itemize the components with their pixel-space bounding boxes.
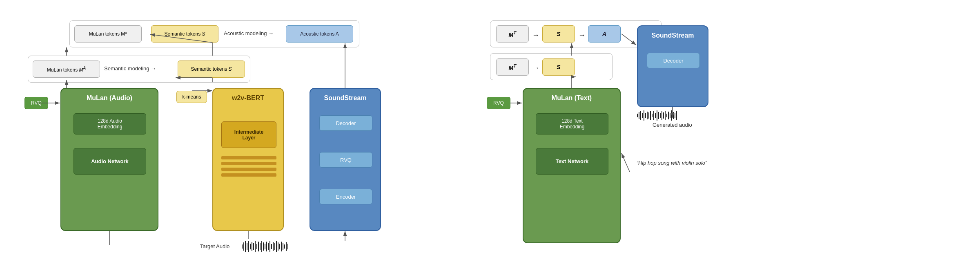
svg-rect-53: [676, 111, 677, 120]
svg-rect-9: [256, 244, 257, 249]
right-mid-arrow: →: [532, 64, 539, 72]
mulan-text-title: MuLan (Text): [523, 94, 620, 102]
svg-rect-39: [653, 111, 654, 120]
right-top-mt-label: MT: [509, 30, 517, 38]
svg-rect-36: [648, 112, 649, 119]
right-mid-s-box: S: [542, 58, 575, 76]
soundstream-left-encoder: Encoder: [319, 189, 372, 204]
soundstream-left-decoder-label: Decoder: [336, 120, 356, 126]
intermediate-layer-label: IntermediateLayer: [234, 129, 263, 141]
svg-rect-51: [673, 112, 674, 119]
mulan-audio-box: MuLan (Audio) 128d AudioEmbedding Audio …: [60, 88, 158, 231]
svg-line-74: [621, 153, 630, 172]
svg-rect-24: [281, 242, 282, 251]
svg-rect-25: [283, 243, 283, 250]
svg-rect-15: [266, 242, 267, 251]
svg-rect-37: [650, 111, 651, 120]
svg-rect-8: [255, 241, 256, 252]
text-embedding-box: 128d TextEmbedding: [536, 113, 608, 134]
svg-rect-46: [665, 111, 666, 120]
svg-rect-1: [243, 242, 244, 251]
mid-row-container: [28, 56, 250, 83]
svg-rect-47: [666, 114, 667, 117]
soundstream-right-decoder-label: Decoder: [663, 58, 683, 64]
svg-rect-5: [250, 244, 251, 249]
svg-rect-43: [660, 113, 661, 118]
svg-rect-2: [245, 241, 246, 252]
mulan-text-box: MuLan (Text) 128d TextEmbedding Text Net…: [523, 88, 621, 243]
audio-embedding-label: 128d AudioEmbedding: [98, 118, 122, 130]
svg-rect-23: [279, 244, 280, 249]
soundstream-left-encoder-label: Encoder: [336, 194, 356, 200]
svg-rect-50: [671, 110, 672, 121]
soundstream-left-decoder: Decoder: [319, 115, 372, 131]
soundstream-left-rvq: RVQ: [319, 152, 372, 168]
right-top-arrow2: →: [578, 31, 586, 40]
right-top-arrow1: →: [532, 31, 539, 40]
svg-rect-40: [655, 113, 656, 118]
w2v-bert-box: w2v-BERT IntermediateLayer: [212, 88, 284, 231]
svg-rect-13: [263, 242, 264, 251]
svg-rect-14: [265, 244, 265, 249]
soundstream-left-title: SoundStream: [310, 94, 380, 102]
right-top-s-label: S: [557, 31, 560, 37]
text-embedding-label: 128d TextEmbedding: [560, 118, 585, 130]
svg-rect-38: [652, 114, 653, 117]
svg-rect-11: [260, 243, 261, 250]
svg-rect-52: [675, 113, 675, 118]
svg-rect-41: [657, 110, 657, 121]
rvq-right-label: RVQ: [493, 100, 504, 106]
svg-rect-27: [286, 242, 287, 251]
svg-rect-12: [261, 241, 262, 252]
w2v-bert-lines: [221, 156, 276, 179]
svg-rect-30: [639, 112, 639, 119]
svg-rect-32: [642, 113, 643, 118]
waveform-left: [242, 240, 291, 253]
audio-network-box: Audio Network: [74, 148, 146, 175]
soundstream-right-box: SoundStream Decoder: [637, 25, 708, 107]
svg-rect-44: [662, 111, 662, 120]
rvq-right-box: RVQ: [487, 97, 510, 109]
soundstream-right-decoder: Decoder: [647, 53, 700, 68]
svg-rect-3: [247, 243, 247, 250]
right-top-a-label: A: [602, 31, 606, 37]
svg-rect-31: [640, 111, 641, 120]
right-mid-s-label: S: [557, 64, 560, 70]
svg-rect-45: [663, 112, 664, 119]
svg-rect-10: [258, 242, 259, 251]
svg-rect-18: [271, 244, 272, 249]
right-top-mt-box: MT: [496, 25, 529, 43]
intermediate-layer-box: IntermediateLayer: [221, 121, 276, 148]
soundstream-right-title: SoundStream: [638, 32, 708, 39]
diagram-container: MuLan tokens Mᴬ Semantic tokens S Acoust…: [0, 0, 980, 269]
generated-audio-label: Generated audio: [653, 122, 692, 128]
svg-rect-20: [274, 243, 275, 250]
svg-rect-16: [268, 243, 269, 250]
svg-rect-35: [647, 112, 648, 119]
text-network-label: Text Network: [556, 158, 589, 164]
soundstream-left-box: SoundStream Decoder RVQ Encoder: [310, 88, 381, 231]
svg-rect-0: [242, 244, 243, 249]
target-audio-label: Target Audio: [200, 243, 229, 249]
svg-rect-42: [658, 112, 659, 119]
kmeans-box: k-means: [176, 91, 207, 103]
svg-rect-6: [252, 242, 252, 251]
svg-rect-22: [278, 242, 278, 251]
kmeans-label: k-means: [182, 94, 201, 100]
svg-rect-33: [644, 110, 644, 121]
svg-rect-19: [273, 242, 274, 251]
svg-rect-17: [270, 241, 270, 252]
svg-rect-28: [287, 244, 288, 249]
text-network-box: Text Network: [536, 148, 608, 175]
svg-rect-34: [645, 113, 646, 118]
mulan-audio-title: MuLan (Audio): [61, 94, 158, 102]
svg-rect-4: [248, 241, 249, 252]
top-row-container: [69, 20, 359, 47]
svg-rect-48: [668, 112, 669, 119]
svg-rect-29: [637, 114, 638, 117]
right-mid-mt-box: MT: [496, 58, 529, 76]
svg-rect-21: [276, 241, 277, 252]
audio-network-label: Audio Network: [91, 158, 129, 164]
right-top-s-box: S: [542, 25, 575, 43]
svg-rect-26: [284, 244, 285, 249]
